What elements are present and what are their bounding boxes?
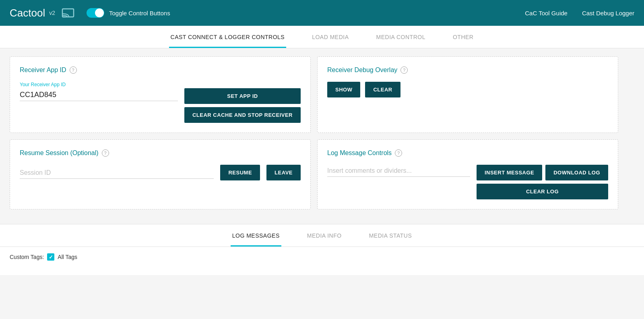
- toggle-control-buttons-switch[interactable]: [87, 8, 104, 18]
- card-grid: Receiver App ID ? Your Receiver App ID S…: [10, 56, 618, 209]
- bottom-tab-log-messages[interactable]: LOG MESSAGES: [231, 224, 281, 246]
- receiver-app-id-help-icon[interactable]: ?: [70, 66, 77, 74]
- log-message-input-section: [327, 165, 470, 177]
- receiver-debug-overlay-body: SHOW CLEAR: [327, 82, 608, 97]
- log-message-controls-card: Log Message Controls ? INSERT MESSAGE DO…: [317, 139, 618, 209]
- toggle-knob: [95, 8, 104, 17]
- custom-tags-label: Custom Tags:: [10, 254, 44, 260]
- bottom-tab-bar: LOG MESSAGES MEDIA INFO MEDIA STATUS: [0, 224, 644, 247]
- clear-log-button[interactable]: CLEAR LOG: [477, 184, 608, 199]
- receiver-app-id-body: Your Receiver App ID SET APP ID CLEAR CA…: [20, 82, 301, 123]
- download-log-button[interactable]: DOWNLOAD LOG: [545, 165, 608, 180]
- all-tags-label: All Tags: [58, 254, 77, 260]
- cast-icon: [62, 6, 77, 19]
- clear-debug-overlay-button[interactable]: CLEAR: [365, 82, 400, 97]
- logo-section: Cactool v2: [10, 6, 77, 19]
- bottom-content: Custom Tags: All Tags: [0, 247, 644, 267]
- top-tab-bar: CAST CONNECT & LOGGER CONTROLS LOAD MEDI…: [0, 26, 644, 48]
- tab-load-media[interactable]: LOAD MEDIA: [310, 26, 350, 48]
- resume-session-card: Resume Session (Optional) ? RESUME LEAVE: [10, 139, 311, 209]
- cast-debug-logger-link[interactable]: Cast Debug Logger: [582, 10, 634, 17]
- custom-tags-row: Custom Tags: All Tags: [10, 253, 634, 261]
- bottom-tab-media-status[interactable]: MEDIA STATUS: [367, 224, 414, 246]
- receiver-debug-overlay-help-icon[interactable]: ?: [400, 66, 408, 74]
- app-header: Cactool v2 Toggle Control Buttons CaC To…: [0, 0, 644, 26]
- tab-media-control[interactable]: MEDIA CONTROL: [375, 26, 427, 48]
- main-content: Receiver App ID ? Your Receiver App ID S…: [0, 48, 628, 224]
- toggle-label: Toggle Control Buttons: [109, 10, 170, 17]
- tab-cast-connect[interactable]: CAST CONNECT & LOGGER CONTROLS: [169, 26, 287, 48]
- resume-session-help-icon[interactable]: ?: [102, 149, 109, 157]
- resume-button[interactable]: RESUME: [220, 165, 260, 180]
- session-id-input-section: [20, 167, 214, 179]
- toggle-section: Toggle Control Buttons: [87, 8, 170, 18]
- tab-other[interactable]: OTHER: [451, 26, 475, 48]
- insert-message-button[interactable]: INSERT MESSAGE: [477, 165, 542, 180]
- session-id-input[interactable]: [20, 167, 214, 179]
- bottom-tab-media-info[interactable]: MEDIA INFO: [305, 224, 343, 246]
- log-message-controls-help-icon[interactable]: ?: [395, 149, 402, 157]
- cac-tool-guide-link[interactable]: CaC Tool Guide: [525, 10, 568, 17]
- receiver-app-id-buttons: SET APP ID CLEAR CACHE AND STOP RECEIVER: [184, 82, 301, 123]
- receiver-app-id-input[interactable]: [20, 89, 178, 101]
- bottom-section: LOG MESSAGES MEDIA INFO MEDIA STATUS Cus…: [0, 224, 644, 275]
- log-message-input[interactable]: [327, 165, 470, 177]
- resume-session-body: RESUME LEAVE: [20, 165, 301, 180]
- receiver-app-id-card: Receiver App ID ? Your Receiver App ID S…: [10, 56, 311, 133]
- app-name: Cactool: [10, 7, 45, 19]
- log-message-controls-body: INSERT MESSAGE DOWNLOAD LOG CLEAR LOG: [327, 165, 608, 199]
- clear-cache-stop-receiver-button[interactable]: CLEAR CACHE AND STOP RECEIVER: [184, 107, 301, 123]
- show-debug-overlay-button[interactable]: SHOW: [327, 82, 360, 97]
- all-tags-checkbox[interactable]: [47, 253, 54, 261]
- receiver-debug-overlay-title: Receiver Debug Overlay ?: [327, 66, 608, 74]
- receiver-debug-overlay-card: Receiver Debug Overlay ? SHOW CLEAR: [317, 56, 618, 133]
- receiver-app-id-input-section: Your Receiver App ID: [20, 82, 178, 101]
- log-message-controls-title: Log Message Controls ?: [327, 149, 608, 157]
- set-app-id-button[interactable]: SET APP ID: [184, 88, 301, 104]
- log-btn-top-row: INSERT MESSAGE DOWNLOAD LOG: [477, 165, 608, 180]
- receiver-app-id-title: Receiver App ID ?: [20, 66, 301, 74]
- receiver-app-id-input-label: Your Receiver App ID: [20, 82, 178, 87]
- header-nav: CaC Tool Guide Cast Debug Logger: [525, 10, 634, 17]
- app-version: v2: [49, 10, 55, 16]
- leave-button[interactable]: LEAVE: [266, 165, 301, 180]
- resume-session-title: Resume Session (Optional) ?: [20, 149, 301, 157]
- log-buttons-section: INSERT MESSAGE DOWNLOAD LOG CLEAR LOG: [477, 165, 608, 199]
